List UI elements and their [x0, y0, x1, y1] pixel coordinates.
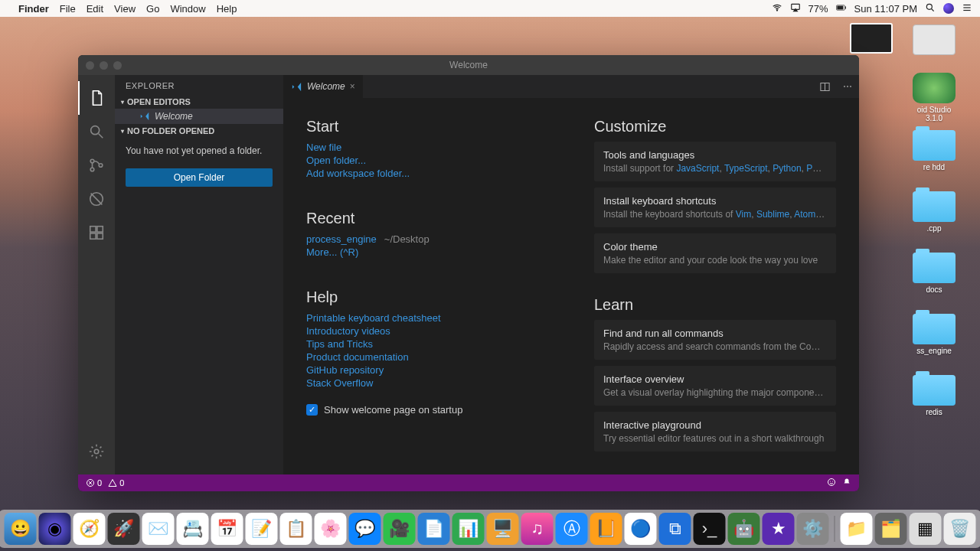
- close-icon[interactable]: [86, 61, 94, 70]
- dock-imovie[interactable]: ★: [763, 513, 795, 545]
- dock-mail[interactable]: ✉️: [142, 513, 175, 545]
- desktop-hdd[interactable]: [910, 24, 959, 57]
- section-no-folder[interactable]: ▾NO FOLDER OPENED: [115, 124, 283, 138]
- link-add-workspace[interactable]: Add workspace folder...: [306, 168, 410, 179]
- activity-extensions[interactable]: [78, 216, 115, 249]
- dock-launchpad[interactable]: 🚀: [108, 513, 140, 545]
- activity-scm[interactable]: [78, 148, 115, 182]
- help-tips[interactable]: Tips and Tricks: [306, 338, 373, 350]
- dock-numbers[interactable]: 📊: [452, 513, 485, 545]
- activity-debug[interactable]: [78, 182, 115, 216]
- checkbox-checked-icon[interactable]: ✓: [306, 404, 318, 416]
- dock-siri[interactable]: ◉: [39, 513, 71, 545]
- open-editor-item[interactable]: Welcome: [115, 109, 283, 124]
- menu-view[interactable]: View: [114, 3, 136, 15]
- dock-calendar[interactable]: 📅: [211, 513, 243, 545]
- dock-vscode[interactable]: ⧉: [659, 513, 691, 545]
- card-overview[interactable]: Interface overview Get a visual overlay …: [594, 366, 836, 406]
- help-github[interactable]: GitHub repository: [306, 364, 384, 376]
- welcome-page: Start New file Open folder... Add worksp…: [283, 98, 859, 474]
- dock-mission-control[interactable]: ▦: [910, 513, 942, 545]
- dock-downloads[interactable]: 📁: [841, 513, 873, 545]
- card-tools-languages[interactable]: Tools and languages Install support for …: [594, 142, 836, 181]
- status-warnings[interactable]: 0: [108, 478, 124, 487]
- desktop-android-studio[interactable]: oid Studio 3.1.0: [910, 73, 959, 122]
- dock-notes[interactable]: 📝: [246, 513, 278, 545]
- help-docs[interactable]: Product documentation: [306, 351, 409, 363]
- link-open-folder[interactable]: Open folder...: [306, 155, 366, 166]
- menu-help[interactable]: Help: [217, 3, 237, 15]
- wifi-icon[interactable]: [772, 2, 782, 15]
- minimize-icon[interactable]: [100, 61, 108, 70]
- section-open-editors[interactable]: ▾OPEN EDITORS: [115, 95, 283, 109]
- lang-link[interactable]: PHP: [806, 163, 824, 174]
- help-videos[interactable]: Introductory videos: [306, 325, 390, 337]
- show-on-startup[interactable]: ✓ Show welcome page on startup: [306, 404, 548, 416]
- activity-explorer[interactable]: [78, 81, 115, 115]
- recent-item[interactable]: process_engine: [306, 233, 377, 245]
- lang-link[interactable]: TypeScript: [724, 163, 768, 174]
- dock-androidstudio[interactable]: 🤖: [728, 513, 760, 545]
- menu-go[interactable]: Go: [146, 3, 159, 15]
- card-playground[interactable]: Interactive playground Try essential edi…: [594, 412, 836, 452]
- card-commands[interactable]: Find and run all commands Rapidly access…: [594, 320, 836, 360]
- lang-link[interactable]: JavaScript: [676, 163, 719, 174]
- dock-photos[interactable]: 🌸: [315, 513, 347, 545]
- status-errors[interactable]: 0: [86, 478, 102, 487]
- keymap-link[interactable]: Sublime: [756, 209, 789, 220]
- activity-settings[interactable]: [78, 435, 115, 468]
- zoom-icon[interactable]: [113, 61, 122, 70]
- menu-window[interactable]: Window: [170, 3, 205, 15]
- dock-stack[interactable]: 🗂️: [875, 513, 907, 545]
- dock-contacts[interactable]: 📇: [177, 513, 209, 545]
- dock-chrome[interactable]: 🔵: [625, 513, 657, 545]
- clock[interactable]: Sun 11:07 PM: [854, 3, 917, 15]
- tab-welcome[interactable]: Welcome ×: [283, 75, 363, 98]
- more-actions-button[interactable]: ⋯: [836, 75, 859, 98]
- siri-icon[interactable]: [943, 3, 954, 14]
- desktop-folder-2[interactable]: docs: [910, 253, 959, 294]
- close-icon[interactable]: ×: [350, 81, 355, 92]
- airplay-icon[interactable]: [790, 2, 801, 15]
- desktop-folder-1[interactable]: .cpp: [910, 191, 959, 233]
- lang-link[interactable]: Python: [773, 163, 801, 174]
- notification-center-icon[interactable]: [962, 2, 972, 15]
- help-stackoverflow[interactable]: Stack Overflow: [306, 377, 373, 389]
- dock-ibooks[interactable]: 📙: [590, 513, 622, 545]
- dock-itunes[interactable]: ♫: [521, 513, 554, 545]
- keymap-link[interactable]: Atom: [794, 209, 825, 220]
- desktop-folder-0[interactable]: re hdd: [910, 130, 959, 171]
- help-cheatsheet[interactable]: Printable keyboard cheatsheet: [306, 312, 441, 324]
- desktop-thumbnail[interactable]: [847, 23, 896, 56]
- status-bell[interactable]: [842, 478, 851, 488]
- dock-appstore[interactable]: Ⓐ: [556, 513, 588, 545]
- menu-file[interactable]: File: [60, 3, 76, 15]
- dock-finder[interactable]: 😀: [5, 513, 37, 545]
- dock-facetime[interactable]: 🎥: [384, 513, 416, 545]
- dock-trash[interactable]: 🗑️: [944, 513, 976, 545]
- card-color-theme[interactable]: Color theme Make the editor and your cod…: [594, 233, 836, 273]
- dock-pages[interactable]: 📄: [418, 513, 450, 545]
- dock-reminders[interactable]: 📋: [280, 513, 312, 545]
- card-shortcuts[interactable]: Install keyboard shortcuts Install the k…: [594, 187, 836, 227]
- dock-preferences[interactable]: ⚙️: [797, 513, 829, 545]
- spotlight-icon[interactable]: [925, 2, 936, 15]
- keymap-link[interactable]: Vim: [736, 209, 751, 220]
- dock-messages[interactable]: 💬: [349, 513, 381, 545]
- desktop-folder-3[interactable]: ss_engine: [910, 314, 959, 355]
- menu-edit[interactable]: Edit: [87, 3, 103, 15]
- link-new-file[interactable]: New file: [306, 142, 341, 153]
- recent-more[interactable]: More... (^R): [306, 246, 358, 258]
- status-feedback[interactable]: [827, 478, 836, 488]
- dock-keynote[interactable]: 🖥️: [487, 513, 519, 545]
- titlebar[interactable]: Welcome: [78, 55, 859, 75]
- window-controls[interactable]: [78, 61, 122, 70]
- activity-search[interactable]: [78, 115, 115, 148]
- open-folder-button[interactable]: Open Folder: [126, 168, 273, 187]
- battery-icon[interactable]: [836, 2, 847, 15]
- app-name[interactable]: Finder: [18, 3, 49, 15]
- dock-safari[interactable]: 🧭: [74, 513, 106, 545]
- dock-terminal[interactable]: ›_: [694, 513, 726, 545]
- split-editor-button[interactable]: [813, 75, 836, 98]
- desktop-folder-4[interactable]: redis: [910, 375, 959, 416]
